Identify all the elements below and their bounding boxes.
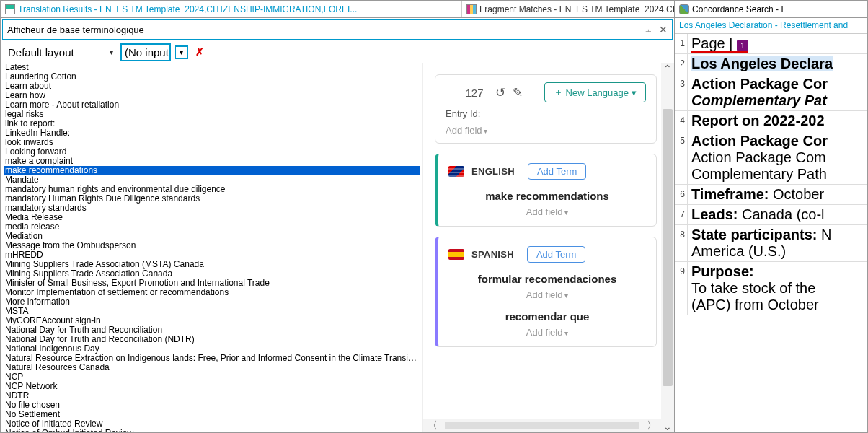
term-list-item[interactable]: Learn about — [4, 82, 420, 91]
term-list-item[interactable]: MSTA — [4, 307, 420, 316]
term-list-item[interactable]: Minister of Small Business, Export Promo… — [4, 279, 420, 288]
add-term-button[interactable]: Add Term — [528, 163, 586, 180]
document-row[interactable]: 9Purpose:To take stock of the (APC) from… — [675, 262, 867, 315]
add-field-button[interactable]: Add field — [526, 289, 568, 300]
term-list-item[interactable]: media release — [4, 222, 420, 232]
scroll-down-icon[interactable]: ⌄ — [663, 421, 672, 432]
tab-translation-results[interactable]: Translation Results - EN_ES TM Template_… — [1, 1, 462, 17]
row-number: 1 — [675, 34, 688, 53]
document-grid: 1Page | 12Los Angeles Declara3Action Pac… — [675, 34, 867, 432]
model-caret-icon[interactable]: ▾ — [175, 45, 188, 59]
document-row[interactable]: 6Timeframe: October — [675, 185, 867, 205]
term-list-item[interactable]: LinkedIn Handle: — [4, 128, 420, 138]
term-list-item[interactable]: Notice of Ombud Initiated Review — [4, 429, 420, 432]
term-list-item[interactable]: National Day for Truth and Reconciliatio… — [4, 325, 420, 335]
row-text: Los Angeles Declara — [688, 54, 867, 74]
term-list-item[interactable]: MyCOREAccount sign-in — [4, 316, 420, 325]
term-list-item[interactable]: link to report: — [4, 119, 420, 128]
tab-label: Translation Results - EN_ES TM Template_… — [18, 4, 357, 14]
term-list-item[interactable]: Learn how — [4, 91, 420, 100]
entry-number: 127 — [466, 87, 484, 99]
term-list-item[interactable]: Latest — [4, 63, 420, 72]
close-icon[interactable]: ✕ — [659, 24, 668, 35]
input-model-dropdown[interactable]: (No input model) — [120, 43, 171, 61]
term-list-item[interactable]: Learn more - About retaliation — [4, 100, 420, 110]
edit-icon[interactable]: ✎ — [513, 85, 523, 100]
term-list-item[interactable]: look inwards — [4, 138, 420, 147]
term-list-item[interactable]: No file chosen — [4, 401, 420, 410]
right-tabs: Concordance Search - E — [675, 1, 867, 18]
scroll-left-icon[interactable]: 〈 — [423, 419, 442, 432]
horizontal-scrollbar[interactable]: 〈 〉 — [423, 419, 661, 432]
term-list-item[interactable]: Media Release — [4, 213, 420, 222]
pin-icon[interactable]: ⫠ — [644, 25, 653, 35]
term-list-item[interactable]: Message from the Ombudsperson — [4, 241, 420, 250]
term-list-item[interactable]: NDTR — [4, 391, 420, 401]
term-detail: 127 ↺ ✎ ＋ New Language ▾ Entry Id: Add f… — [422, 63, 674, 432]
search-input[interactable] — [7, 25, 644, 35]
document-row[interactable]: 3Action Package CorComplementary Pat — [675, 74, 867, 111]
term-list-item[interactable]: National Indigenous Day — [4, 344, 420, 354]
term-list-item[interactable]: Mandate — [4, 175, 420, 185]
term-list-item[interactable]: NCP Network — [4, 382, 420, 391]
term-list-item[interactable]: Notice of Initiated Review — [4, 419, 420, 429]
delete-icon[interactable]: ✗ — [192, 46, 207, 58]
term-list-item[interactable]: mHREDD — [4, 250, 420, 260]
new-language-button[interactable]: ＋ New Language ▾ — [544, 82, 646, 102]
row-text: Action Package CorComplementary Pat — [688, 74, 867, 110]
add-field-button[interactable]: Add field — [526, 206, 568, 217]
term-value: recomendar que — [448, 310, 646, 323]
term-list-item[interactable]: mandatory human rights and environmental… — [4, 185, 420, 194]
concordance-icon — [679, 4, 689, 14]
term-list-item[interactable]: NCP — [4, 372, 420, 382]
term-list-item[interactable]: mandatory standards — [4, 204, 420, 213]
term-list-item[interactable]: make a complaint — [4, 157, 420, 166]
row-text: Report on 2022-202 — [688, 111, 867, 131]
document-row[interactable]: 2Los Angeles Declara — [675, 54, 867, 74]
term-list-item[interactable]: Mining Suppliers Trade Association (MSTA… — [4, 260, 420, 269]
term-list-item[interactable]: Laundering Cotton — [4, 72, 420, 82]
add-term-button[interactable]: Add Term — [527, 246, 585, 263]
row-number: 3 — [675, 74, 688, 110]
document-row[interactable]: 7Leads: Canada (co-l — [675, 205, 867, 225]
vertical-scrollbar[interactable]: ⌃ ⌄ — [661, 63, 674, 432]
term-list-item[interactable]: Mediation — [4, 232, 420, 241]
term-list-item[interactable]: Natural Resources Canada — [4, 363, 420, 372]
layout-dropdown[interactable]: Default layout — [5, 45, 102, 60]
term-list-item[interactable]: Natural Resource Extraction on Indigenou… — [4, 354, 420, 363]
document-row[interactable]: 8State participants: NAmerica (U.S.) — [675, 225, 867, 262]
layout-caret-icon[interactable]: ▾ — [107, 48, 116, 56]
document-row[interactable]: 5Action Package CorAction Package ComCom… — [675, 131, 867, 185]
termbase-toolbar: Default layout ▾ (No input model) ▾ ✗ — [1, 41, 674, 63]
term-list-item[interactable]: More information — [4, 297, 420, 307]
term-list-item[interactable]: mandatory Human Rights Due Diligence sta… — [4, 194, 420, 204]
term-value: formular recomendaciones — [448, 273, 646, 285]
document-subtab[interactable]: Los Angeles Declaration - Resettlement a… — [675, 18, 867, 34]
term-list-item[interactable]: Looking forward — [4, 147, 420, 157]
term-list-item[interactable]: No Settlement — [4, 410, 420, 419]
term-list[interactable]: LatestLaundering CottonLearn aboutLearn … — [1, 63, 422, 432]
scroll-track[interactable] — [445, 422, 639, 429]
term-list-item[interactable]: make recommendations — [4, 166, 420, 175]
scroll-up-icon[interactable]: ⌃ — [663, 63, 672, 74]
term-list-item[interactable]: legal risks — [4, 110, 420, 119]
term-value: make recommendations — [448, 190, 646, 202]
term-list-item[interactable]: Mining Suppliers Trade Association Canad… — [4, 269, 420, 279]
lang-card-spanish: SPANISH Add Term formular recomendacione… — [435, 237, 657, 347]
lang-name: SPANISH — [471, 249, 514, 260]
history-icon[interactable]: ↺ — [495, 85, 505, 100]
term-list-item[interactable]: National Day for Truth and Reconciliatio… — [4, 335, 420, 344]
entry-id-label: Entry Id: — [446, 108, 646, 119]
scroll-thumb[interactable] — [663, 109, 673, 386]
termbase-search[interactable]: ⫠ ✕ — [2, 19, 673, 40]
tab-concordance[interactable]: Concordance Search - E — [675, 4, 791, 14]
document-row[interactable]: 4Report on 2022-202 — [675, 111, 867, 131]
add-field-button[interactable]: Add field — [526, 327, 568, 338]
tab-fragment-matches[interactable]: Fragment Matches - EN_ES TM Template_202… — [462, 1, 674, 17]
scroll-right-icon[interactable]: 〉 — [642, 419, 661, 432]
document-row[interactable]: 1Page | 1 — [675, 34, 867, 54]
term-list-item[interactable]: Monitor Implementation of settlement or … — [4, 288, 420, 297]
row-number: 5 — [675, 131, 688, 184]
row-number: 6 — [675, 185, 688, 204]
add-field-button[interactable]: Add field — [446, 125, 487, 136]
